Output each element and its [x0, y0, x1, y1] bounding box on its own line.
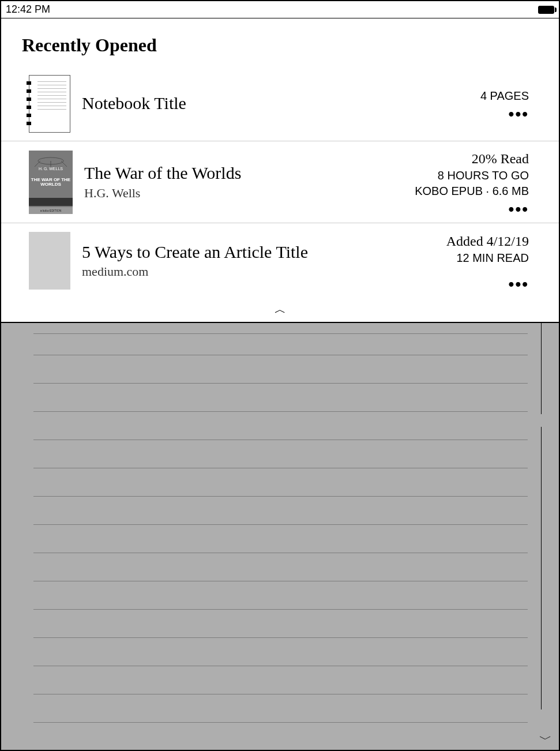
- item-title: Notebook Title: [82, 93, 411, 114]
- cover-edition: a kobo EDITION: [29, 207, 73, 214]
- status-time: 12:42 PM: [6, 3, 50, 16]
- added-date: Added 4/12/19: [411, 232, 529, 250]
- notebook-canvas[interactable]: ﹀: [1, 323, 559, 751]
- list-item-article[interactable]: 5 Ways to Create an Article Title medium…: [1, 223, 559, 298]
- article-thumbnail-placeholder: [29, 232, 70, 290]
- ruled-lines: [33, 333, 528, 751]
- list-item-book[interactable]: H. G. WELLS THE WAR OF THE WORLDS a kobo…: [1, 141, 559, 223]
- list-item-notebook[interactable]: Notebook Title 4 PAGES •••: [1, 66, 559, 141]
- item-meta: 4 PAGES •••: [411, 88, 538, 119]
- item-main: 5 Ways to Create an Article Title medium…: [82, 242, 411, 280]
- collapse-panel-icon[interactable]: ︿: [1, 298, 559, 322]
- status-bar: 12:42 PM: [1, 1, 559, 18]
- item-meta: 20% Read 8 HOURS TO GO KOBO EPUB · 6.6 M…: [411, 149, 538, 215]
- item-author: H.G. Wells: [84, 186, 411, 201]
- scroll-indicator: [541, 427, 542, 709]
- time-remaining: 8 HOURS TO GO: [411, 168, 529, 183]
- recently-opened-panel: Recently Opened Notebook Title 4 PAGES •…: [1, 18, 559, 323]
- notebook-thumbnail-icon: [29, 75, 70, 133]
- section-title: Recently Opened: [1, 18, 559, 66]
- expand-panel-icon[interactable]: ﹀: [539, 731, 552, 748]
- book-cover-thumbnail: H. G. WELLS THE WAR OF THE WORLDS a kobo…: [29, 151, 73, 214]
- item-title: 5 Ways to Create an Article Title: [82, 242, 324, 262]
- more-options-icon[interactable]: •••: [411, 280, 529, 290]
- svg-line-2: [61, 161, 68, 167]
- svg-line-1: [33, 161, 40, 167]
- scroll-indicator: [541, 322, 542, 414]
- battery-icon: [538, 6, 554, 14]
- cover-title: THE WAR OF THE WORLDS: [29, 178, 73, 188]
- cover-author: H. G. WELLS: [29, 167, 73, 171]
- item-title: The War of the Worlds: [84, 163, 411, 183]
- pages-label: 4 PAGES: [411, 88, 529, 104]
- more-options-icon[interactable]: •••: [411, 205, 529, 215]
- item-source: medium.com: [82, 264, 411, 279]
- read-percent: 20% Read: [411, 149, 529, 168]
- item-main: Notebook Title: [82, 93, 411, 114]
- item-main: The War of the Worlds H.G. Wells: [84, 163, 411, 201]
- read-time: 12 MIN READ: [411, 250, 529, 266]
- item-meta: Added 4/12/19 12 MIN READ •••: [411, 232, 538, 290]
- more-options-icon[interactable]: •••: [411, 110, 529, 119]
- format-size: KOBO EPUB · 6.6 MB: [411, 183, 529, 199]
